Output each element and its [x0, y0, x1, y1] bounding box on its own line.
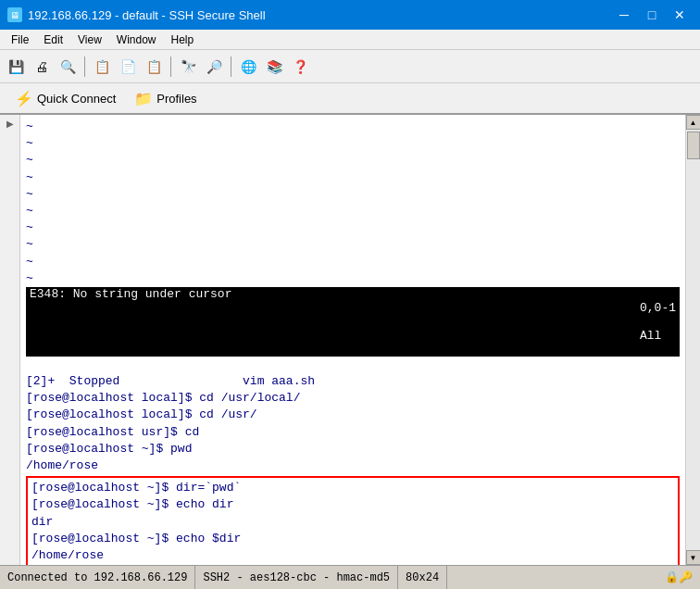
term-echo-dir: [rose@localhost ~]$ echo dir: [31, 496, 674, 513]
profiles-icon: 📁: [134, 90, 153, 107]
term-pwd: [rose@localhost ~]$ pwd: [26, 441, 680, 457]
scroll-down-arrow[interactable]: ▼: [686, 550, 701, 565]
status-bar: Connected to 192.168.66.129 SSH2 - aes12…: [0, 565, 700, 589]
tilde-line-4: ~: [26, 169, 680, 186]
encryption-status: SSH2 - aes128-cbc - hmac-md5: [195, 566, 398, 589]
right-scrollbar[interactable]: ▲ ▼: [685, 115, 700, 565]
scroll-thumb[interactable]: [687, 132, 700, 159]
scroll-track[interactable]: [686, 130, 701, 550]
key-icon: 🔑: [679, 570, 693, 584]
tilde-line-7: ~: [26, 219, 680, 236]
profiles-label: Profiles: [156, 92, 196, 106]
highlighted-terminal-section: [rose@localhost ~]$ dir=`pwd` [rose@loca…: [26, 476, 680, 565]
term-echo-dollar-dir: [rose@localhost ~]$ echo $dir: [31, 531, 674, 547]
menu-file[interactable]: File: [4, 31, 36, 48]
toolbar-zoom[interactable]: 🔍: [56, 55, 80, 79]
quick-connect-label: Quick Connect: [37, 92, 116, 106]
connection-text: Connected to 192.168.66.129: [7, 571, 187, 584]
title-left: 🖥 192.168.66.129 - default - SSH Secure …: [7, 7, 266, 22]
toolbar-sep-3: [231, 56, 231, 77]
term-blank: [26, 357, 680, 373]
toolbar-paste[interactable]: 📄: [116, 55, 140, 79]
dimensions-status: 80x24: [398, 566, 447, 589]
main-toolbar: 💾 🖨 🔍 📋 📄 📋 🔭 🔎 🌐 📚 ❓: [0, 50, 700, 83]
toolbar-find[interactable]: 🔭: [176, 55, 200, 79]
term-cd: [rose@localhost usr]$ cd: [26, 424, 680, 441]
title-bar: 🖥 192.168.66.129 - default - SSH Secure …: [0, 0, 700, 30]
tilde-line-2: ~: [26, 135, 680, 152]
close-button[interactable]: ✕: [667, 4, 693, 26]
minimize-button[interactable]: ─: [611, 4, 637, 26]
lock-icon: 🔒: [665, 570, 679, 584]
menu-window[interactable]: Window: [109, 31, 164, 48]
toolbar-search[interactable]: 🔎: [202, 55, 226, 79]
toolbar-book[interactable]: 📚: [262, 55, 286, 79]
maximize-button[interactable]: □: [639, 4, 665, 26]
term-dir-pwd: [rose@localhost ~]$ dir=`pwd`: [31, 480, 674, 496]
dimensions-text: 80x24: [406, 571, 439, 584]
menu-help[interactable]: Help: [164, 31, 202, 48]
main-area: ▶ ~ ~ ~ ~ ~ ~ ~ ~ ~ ~ E348: No string un…: [0, 115, 700, 565]
toolbar-copy[interactable]: 📋: [90, 55, 114, 79]
term-home-rose: /home/rose: [26, 457, 680, 474]
vim-position: 0,0-1 All: [582, 287, 676, 357]
tilde-line-1: ~: [26, 119, 680, 135]
icons-status: 🔒 🔑: [657, 566, 700, 589]
encryption-text: SSH2 - aes128-cbc - hmac-md5: [203, 571, 390, 584]
toolbar-sep-2: [170, 56, 171, 77]
term-dir-output: dir: [31, 514, 674, 531]
left-arrow: ▶: [6, 119, 14, 129]
toolbar-print[interactable]: 🖨: [30, 55, 54, 79]
term-cd-usr: [rose@localhost local]$ cd /usr/: [26, 407, 680, 423]
left-margin: ▶: [0, 115, 20, 565]
tilde-line-5: ~: [26, 186, 680, 203]
vim-status-line: E348: No string under cursor 0,0-1 All: [26, 287, 680, 357]
term-cd-local: [rose@localhost local]$ cd /usr/local/: [26, 390, 680, 407]
quick-toolbar: ⚡ Quick Connect 📁 Profiles: [0, 83, 700, 115]
app-icon: 🖥: [7, 7, 22, 22]
term-home-rose-2: /home/rose: [31, 547, 674, 564]
toolbar-web[interactable]: 🌐: [236, 55, 260, 79]
tilde-line-9: ~: [26, 254, 680, 270]
tilde-line-10: ~: [26, 270, 680, 287]
menu-view[interactable]: View: [70, 31, 109, 48]
term-stopped: [2]+ Stopped vim aaa.sh: [26, 373, 680, 390]
quick-connect-button[interactable]: ⚡ Quick Connect: [7, 88, 123, 109]
toolbar-paste2[interactable]: 📋: [142, 55, 166, 79]
quick-connect-icon: ⚡: [15, 90, 33, 107]
scroll-up-arrow[interactable]: ▲: [686, 115, 701, 130]
toolbar-save[interactable]: 💾: [4, 55, 28, 79]
tilde-line-3: ~: [26, 152, 680, 169]
toolbar-help[interactable]: ❓: [288, 55, 312, 79]
window-title: 192.168.66.129 - default - SSH Secure Sh…: [28, 8, 266, 22]
window-controls: ─ □ ✕: [611, 4, 693, 26]
vim-error-msg: E348: No string under cursor: [30, 287, 231, 357]
menu-edit[interactable]: Edit: [36, 31, 70, 48]
toolbar-sep-1: [84, 56, 85, 77]
terminal[interactable]: ~ ~ ~ ~ ~ ~ ~ ~ ~ ~ E348: No string unde…: [20, 115, 685, 565]
tilde-line-6: ~: [26, 203, 680, 219]
profiles-button[interactable]: 📁 Profiles: [127, 88, 204, 109]
menu-bar: File Edit View Window Help: [0, 30, 700, 50]
connection-status: Connected to 192.168.66.129: [0, 566, 195, 589]
term-prompt-final: [rose@localhost ~]$: [31, 564, 674, 565]
tilde-line-8: ~: [26, 236, 680, 253]
